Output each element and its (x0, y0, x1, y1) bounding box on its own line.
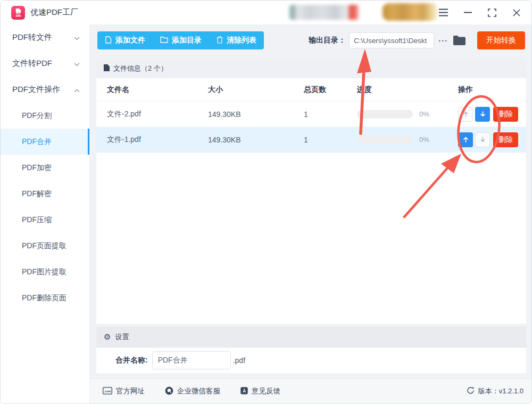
col-actions: 操作 (458, 85, 519, 95)
window-controls (438, 1, 522, 24)
file-action-button-group: 添加文件 添加目录 清除列表 (97, 31, 264, 49)
move-down-button[interactable] (475, 132, 490, 147)
close-icon[interactable] (511, 7, 522, 18)
file-list-card: 文件信息（2 个） 文件名 大小 总页数 进度 操作 文件-2.pdf 149.… (96, 59, 526, 324)
delete-button[interactable]: 删除 (493, 107, 518, 122)
move-up-button[interactable] (458, 132, 473, 147)
file-pages: 1 (304, 110, 357, 119)
merge-name-label: 合并名称: (115, 356, 148, 365)
sidebar-item-pdf-page-extract[interactable]: PDF页面提取 (1, 233, 89, 259)
menu-icon[interactable] (438, 7, 448, 18)
progress-bar (357, 110, 413, 119)
settings-bar: ⚙ 设置 (96, 326, 526, 348)
clear-list-button[interactable]: 清除列表 (209, 31, 264, 49)
file-size: 149.30KB (208, 110, 304, 119)
progress-bar (357, 136, 413, 144)
sidebar-item-pdf-delete-pages[interactable]: PDF删除页面 (1, 285, 89, 311)
sidebar-item-pdf-decrypt[interactable]: PDF解密 (1, 181, 89, 207)
sidebar-item-pdf-merge[interactable]: PDF合并 (1, 129, 89, 155)
browse-folder-icon[interactable] (453, 36, 466, 45)
user-account-badge-blurred[interactable] (289, 5, 360, 20)
sidebar-group-file-to-pdf[interactable]: 文件转PDF (1, 50, 89, 77)
actions-cell: 删除 (458, 132, 519, 147)
clear-list-icon (217, 36, 223, 45)
col-progress: 进度 (357, 85, 458, 95)
add-folder-icon (160, 36, 168, 45)
start-convert-button[interactable]: 开始转换 (477, 31, 525, 49)
svg-text:.com: .com (104, 390, 111, 393)
vip-badge-blurred[interactable] (383, 3, 438, 21)
gear-icon: ⚙ (104, 332, 111, 342)
minimize-icon[interactable] (462, 7, 473, 18)
official-website-link[interactable]: .com 官方网址 (103, 386, 145, 396)
document-icon (104, 64, 110, 73)
file-pages: 1 (304, 136, 357, 144)
output-dir-label: 输出目录： (309, 36, 346, 45)
chevron-down-icon (74, 33, 80, 42)
wechat-service-link[interactable]: 企业微信客服 (165, 386, 220, 397)
feedback-link[interactable]: 意见反馈 (240, 386, 280, 396)
merge-name-input[interactable] (152, 351, 231, 369)
website-icon: .com (103, 387, 112, 396)
progress-percent: 0% (419, 110, 429, 118)
app-title: 优速PDF工厂 (30, 7, 78, 18)
sidebar-item-pdf-compress[interactable]: PDF压缩 (1, 207, 89, 233)
chevron-up-icon (74, 85, 80, 94)
update-refresh-icon[interactable] (467, 386, 475, 396)
toolbar: 添加文件 添加目录 清除列表 输出目录： ··· (90, 24, 531, 56)
col-size: 大小 (208, 85, 304, 95)
move-up-button[interactable] (458, 107, 473, 122)
table-header: 文件名 大小 总页数 进度 操作 (96, 78, 526, 102)
sidebar: PDF转文件 文件转PDF PDF文件操作 PDF分割 PDF合并 PDF加密 … (1, 24, 90, 403)
file-name: 文件-2.pdf (107, 110, 208, 119)
add-file-button[interactable]: 添加文件 (97, 31, 153, 49)
move-down-button[interactable] (475, 107, 490, 122)
sidebar-group-pdf-operations[interactable]: PDF文件操作 (1, 77, 89, 103)
footer: .com 官方网址 企业微信客服 意见反馈 版本：v1.2.1.0 (90, 378, 531, 403)
file-info-bar: 文件信息（2 个） (96, 59, 526, 78)
table-row[interactable]: 文件-2.pdf 149.30KB 1 0% 删除 (96, 102, 526, 127)
more-options-button[interactable]: ··· (438, 36, 448, 45)
app-logo-icon: PDF (11, 6, 25, 20)
progress-percent: 0% (419, 136, 429, 144)
add-folder-button[interactable]: 添加目录 (153, 31, 209, 49)
wechat-service-icon (165, 386, 173, 397)
sidebar-group-pdf-to-file[interactable]: PDF转文件 (1, 24, 89, 50)
delete-button[interactable]: 删除 (493, 132, 518, 147)
title-bar: PDF 优速PDF工厂 (1, 1, 531, 24)
feedback-icon (240, 387, 248, 396)
table-row[interactable]: 文件-1.pdf 149.30KB 1 0% 删除 (96, 127, 526, 153)
col-pages: 总页数 (304, 85, 357, 95)
output-dir-input[interactable] (349, 32, 434, 48)
actions-cell: 删除 (458, 107, 519, 122)
merge-name-row: 合并名称: .pdf (96, 348, 526, 373)
sidebar-item-pdf-split[interactable]: PDF分割 (1, 103, 89, 129)
settings-card: ⚙ 设置 合并名称: .pdf (96, 326, 526, 373)
add-file-icon (105, 36, 112, 45)
pdf-extension-label: .pdf (233, 356, 245, 365)
progress-cell: 0% (357, 110, 458, 119)
progress-cell: 0% (357, 136, 458, 144)
maximize-icon[interactable] (487, 7, 497, 18)
file-name: 文件-1.pdf (107, 135, 208, 145)
sidebar-item-pdf-encrypt[interactable]: PDF加密 (1, 155, 89, 181)
col-filename: 文件名 (107, 85, 208, 95)
file-info-text: 文件信息（2 个） (113, 64, 168, 73)
main-panel: 添加文件 添加目录 清除列表 输出目录： ··· (90, 24, 531, 403)
version-text: 版本：v1.2.1.0 (478, 386, 523, 396)
settings-label: 设置 (115, 332, 129, 342)
app-window: PDF 优速PDF工厂 PDF转文件 (0, 0, 532, 404)
version-info: 版本：v1.2.1.0 (467, 386, 523, 396)
file-size: 149.30KB (208, 136, 304, 144)
sidebar-item-pdf-image-extract[interactable]: PDF图片提取 (1, 259, 89, 285)
svg-text:PDF: PDF (16, 13, 21, 15)
chevron-down-icon (74, 59, 80, 68)
